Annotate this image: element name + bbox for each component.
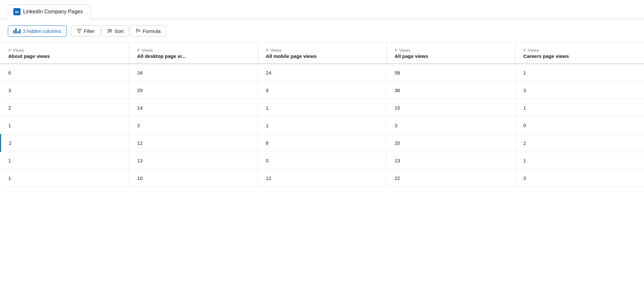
hidden-columns-label: 3 hidden columns: [23, 28, 61, 34]
cell-r3-c4: 0: [515, 117, 644, 134]
cell-r2-c0: 2: [1, 99, 129, 117]
hidden-columns-button[interactable]: 3 hidden columns: [8, 25, 67, 37]
cell-r2-c3: 15: [386, 99, 515, 117]
col-title-1: About page views: [8, 53, 121, 59]
cell-r5-c4: 1: [515, 152, 644, 170]
col-type-icon-5: #: [523, 48, 526, 53]
cell-r1-c1: 29: [129, 82, 258, 99]
cell-r1-c4: 3: [515, 82, 644, 99]
cell-r0-c2: 24: [258, 64, 386, 82]
col-header-careers: # Views Careers page views: [515, 43, 644, 64]
table-row[interactable]: 1130131: [1, 152, 644, 170]
col-group-3: Views: [270, 48, 281, 53]
col-header-all-desktop: # Views All desktop page vi...: [129, 43, 258, 64]
table-row[interactable]: 63424581: [1, 64, 644, 82]
col-type-icon-2: #: [137, 48, 140, 53]
cell-r5-c3: 13: [386, 152, 515, 170]
cell-r4-c1: 12: [129, 134, 258, 152]
col-title-5: Careers page views: [523, 53, 636, 59]
col-group-4: Views: [399, 48, 410, 53]
table-row[interactable]: 3299383: [1, 82, 644, 99]
filter-label: Filter: [84, 28, 95, 34]
col-type-icon-3: #: [266, 48, 269, 53]
tab-bar: in LinkedIn Company Pages: [0, 0, 644, 19]
page-wrapper: in LinkedIn Company Pages 3 hidden colum…: [0, 0, 644, 285]
cell-r1-c3: 38: [386, 82, 515, 99]
col-header-about-page-views: # Views About page views: [1, 43, 129, 64]
formula-button[interactable]: f× Formula: [130, 25, 166, 37]
table-header-row: # Views About page views # Views All des…: [1, 43, 644, 64]
table-row[interactable]: 12130: [1, 117, 644, 134]
data-table: # Views About page views # Views All des…: [0, 43, 644, 187]
col-type-icon-1: #: [8, 48, 11, 53]
col-group-5: Views: [528, 48, 539, 53]
cell-r1-c0: 3: [1, 82, 129, 99]
filter-icon: [77, 28, 82, 34]
sort-icon: [107, 28, 112, 34]
cell-r6-c0: 1: [1, 170, 129, 187]
toolbar: 3 hidden columns Filter Sort f× Formula: [0, 19, 644, 43]
formula-label: Formula: [143, 28, 161, 34]
table-body: 6342458132993832141151121302128202113013…: [1, 64, 644, 187]
tab-title: LinkedIn Company Pages: [23, 9, 83, 15]
col-title-2: All desktop page vi...: [137, 53, 250, 59]
col-group-2: Views: [142, 48, 153, 53]
sort-label: Sort: [115, 28, 124, 34]
cell-r6-c3: 22: [386, 170, 515, 187]
cell-r4-c3: 20: [386, 134, 515, 152]
cell-r3-c1: 2: [129, 117, 258, 134]
cell-r2-c2: 1: [258, 99, 386, 117]
cell-r6-c1: 10: [129, 170, 258, 187]
cell-r0-c1: 34: [129, 64, 258, 82]
cell-r0-c4: 1: [515, 64, 644, 82]
cell-r6-c4: 3: [515, 170, 644, 187]
cell-r4-c0: 2: [1, 134, 129, 152]
linkedin-tab[interactable]: in LinkedIn Company Pages: [8, 5, 91, 19]
cell-r4-c4: 2: [515, 134, 644, 152]
col-header-all-page-views: # Views All page views: [386, 43, 515, 64]
cell-r0-c0: 6: [1, 64, 129, 82]
col-title-3: All mobile page views: [266, 53, 379, 59]
cell-r1-c2: 9: [258, 82, 386, 99]
table-row[interactable]: 2141151: [1, 99, 644, 117]
table-row[interactable]: 11012223: [1, 170, 644, 187]
cell-r3-c0: 1: [1, 117, 129, 134]
linkedin-icon: in: [13, 8, 21, 15]
cell-r5-c1: 13: [129, 152, 258, 170]
col-type-icon-4: #: [395, 48, 397, 53]
cell-r2-c4: 1: [515, 99, 644, 117]
cell-r4-c2: 8: [258, 134, 386, 152]
cell-r3-c3: 3: [386, 117, 515, 134]
cell-r2-c1: 14: [129, 99, 258, 117]
cell-r5-c2: 0: [258, 152, 386, 170]
toolbar-divider-1: [69, 27, 69, 35]
table-container: # Views About page views # Views All des…: [0, 43, 644, 187]
filter-button[interactable]: Filter: [71, 25, 100, 37]
hidden-columns-icon: [13, 28, 21, 34]
cell-r0-c3: 58: [386, 64, 515, 82]
table-row[interactable]: 2128202: [1, 134, 644, 152]
cell-r6-c2: 12: [258, 170, 386, 187]
cell-r5-c0: 1: [1, 152, 129, 170]
formula-icon: f×: [136, 28, 140, 34]
sort-button[interactable]: Sort: [102, 25, 129, 37]
col-group-1: Views: [13, 48, 24, 53]
col-title-4: All page views: [395, 53, 507, 59]
cell-r3-c2: 1: [258, 117, 386, 134]
col-header-all-mobile: # Views All mobile page views: [258, 43, 386, 64]
